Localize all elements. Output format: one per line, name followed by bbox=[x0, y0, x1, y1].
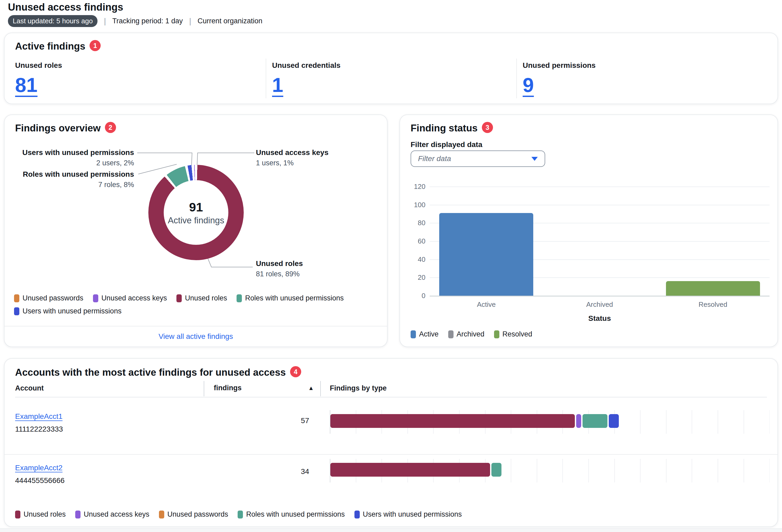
finding-status-chart: 120 100 80 60 40 20 0 bbox=[430, 186, 770, 296]
legend-label: Resolved bbox=[502, 330, 532, 338]
accounts-legend: Unused roles Unused access keys Unused p… bbox=[15, 510, 462, 519]
callout-detail: 7 roles, 8% bbox=[23, 181, 134, 189]
x-tick-label: Active bbox=[430, 300, 543, 309]
column-header-findings-by-type: Findings by type bbox=[330, 384, 387, 392]
donut-center: 91 Active findings bbox=[168, 200, 224, 225]
callout-title: Unused roles bbox=[256, 259, 303, 268]
account-link[interactable]: ExampleAcct2 bbox=[15, 464, 63, 472]
organization-scope-text: Current organization bbox=[198, 17, 262, 25]
y-tick-label: 0 bbox=[422, 292, 425, 300]
donut-center-label: Active findings bbox=[168, 215, 224, 225]
accounts-title-text: Accounts with the most active findings f… bbox=[15, 367, 286, 378]
legend-item: Resolved bbox=[494, 330, 532, 338]
metric-value-link[interactable]: 81 bbox=[15, 73, 38, 97]
status-x-labels: Active Archived Resolved bbox=[430, 300, 770, 309]
y-tick-label: 40 bbox=[418, 255, 425, 263]
legend-item: Unused roles bbox=[15, 510, 66, 519]
metric-unused-permissions: Unused permissions 9 bbox=[516, 59, 767, 98]
legend-chip-resolved bbox=[494, 330, 499, 338]
y-tick-label: 80 bbox=[418, 219, 425, 227]
legend-label: Users with unused permissions bbox=[23, 307, 121, 315]
findings-by-type-bar bbox=[330, 414, 770, 428]
findings-count: 34 bbox=[270, 467, 309, 476]
legend-label: Unused passwords bbox=[23, 294, 83, 302]
active-findings-metrics: Unused roles 81 Unused credentials 1 Unu… bbox=[15, 59, 767, 98]
y-tick-label: 100 bbox=[414, 201, 425, 209]
view-all-active-findings-link[interactable]: View all active findings bbox=[158, 332, 233, 341]
column-header-findings-label: findings bbox=[214, 384, 242, 392]
column-divider bbox=[204, 381, 204, 396]
findings-type-segment bbox=[582, 414, 607, 428]
legend-item: Unused access keys bbox=[75, 510, 149, 519]
meta-separator: | bbox=[104, 17, 106, 26]
chevron-down-icon bbox=[531, 157, 538, 161]
metric-label: Unused credentials bbox=[272, 61, 516, 70]
annotation-badge-3: 3 bbox=[482, 122, 493, 133]
account-id: 111122223333 bbox=[15, 425, 63, 433]
legend-label: Unused access keys bbox=[102, 294, 167, 302]
metric-value-link[interactable]: 1 bbox=[272, 73, 283, 97]
y-tick-label: 20 bbox=[418, 274, 425, 282]
account-link-text: ExampleAcct2 bbox=[15, 464, 63, 472]
legend-chip-unused-access-keys bbox=[93, 294, 98, 302]
overview-legend: Unused passwords Unused access keys Unus… bbox=[14, 294, 382, 315]
finding-status-title: Finding status3 bbox=[411, 122, 493, 134]
active-findings-card: Active findings1 Unused roles 81 Unused … bbox=[4, 33, 778, 104]
y-tick-label: 120 bbox=[414, 182, 425, 191]
donut-center-value: 91 bbox=[168, 200, 224, 214]
findings-type-segment bbox=[609, 414, 619, 428]
column-header-findings[interactable]: findings ▲ bbox=[214, 384, 314, 392]
legend-label: Unused roles bbox=[24, 510, 66, 519]
callout-unused-access-keys: Unused access keys 1 users, 1% bbox=[256, 148, 328, 167]
callout-title: Unused access keys bbox=[256, 148, 328, 157]
active-findings-title-text: Active findings bbox=[15, 41, 85, 52]
page-title: Unused access findings bbox=[8, 2, 123, 13]
legend-chip-archived bbox=[448, 330, 454, 338]
callout-detail: 2 users, 2% bbox=[22, 159, 134, 167]
legend-chip-roles-with-unused-permissions bbox=[238, 510, 243, 519]
finding-status-card: Finding status3 Filter displayed data Fi… bbox=[399, 114, 778, 347]
overview-card-footer: View all active findings bbox=[4, 326, 387, 347]
findings-type-segment bbox=[491, 463, 501, 476]
filter-data-placeholder: Filter data bbox=[418, 154, 451, 163]
callout-detail: 1 users, 1% bbox=[256, 159, 328, 167]
metric-label: Unused roles bbox=[15, 61, 266, 70]
annotation-badge-2: 2 bbox=[105, 122, 116, 133]
findings-by-type-band bbox=[330, 459, 770, 483]
filter-data-select[interactable]: Filter data bbox=[411, 150, 545, 167]
accounts-card: Accounts with the most active findings f… bbox=[4, 358, 778, 527]
callout-title: Users with unused permissions bbox=[22, 148, 134, 157]
tracking-period-text: Tracking period: 1 day bbox=[112, 17, 183, 25]
next-card-top-edge bbox=[0, 528, 782, 532]
findings-by-type-bar bbox=[330, 463, 770, 476]
findings-overview-title-text: Findings overview bbox=[15, 123, 101, 134]
legend-item: Roles with unused permissions bbox=[237, 294, 344, 302]
account-id: 444455556666 bbox=[15, 476, 65, 485]
findings-type-segment bbox=[330, 463, 490, 476]
metric-unused-roles: Unused roles 81 bbox=[15, 59, 266, 98]
legend-item: Archived bbox=[448, 330, 485, 338]
column-divider bbox=[320, 381, 321, 396]
legend-chip-users-with-unused-permissions bbox=[354, 510, 360, 519]
bar-active bbox=[439, 213, 533, 296]
page-meta-row: Last updated: 5 hours ago | Tracking per… bbox=[8, 15, 262, 27]
annotation-badge-1: 1 bbox=[90, 40, 101, 51]
legend-label: Unused roles bbox=[185, 294, 227, 302]
legend-label: Roles with unused permissions bbox=[246, 510, 345, 519]
legend-label: Archived bbox=[457, 330, 485, 338]
callout-detail: 81 roles, 89% bbox=[256, 270, 303, 278]
legend-item: Users with unused permissions bbox=[354, 510, 462, 519]
x-tick-label: Resolved bbox=[656, 300, 770, 309]
row-divider bbox=[4, 454, 778, 455]
findings-overview-card: Findings overview2 91 Active findings Us… bbox=[4, 114, 388, 347]
callout-roles-with-unused-permissions: Roles with unused permissions 7 roles, 8… bbox=[23, 170, 134, 189]
bar-resolved bbox=[666, 281, 760, 296]
metric-value-link[interactable]: 9 bbox=[523, 73, 534, 97]
legend-item: Roles with unused permissions bbox=[238, 510, 345, 519]
status-axis-title: Status bbox=[430, 314, 770, 323]
x-tick-label: Archived bbox=[543, 300, 656, 309]
account-link[interactable]: ExampleAcct1 bbox=[15, 412, 63, 421]
legend-chip-users-with-unused-permissions bbox=[14, 307, 19, 315]
legend-chip-roles-with-unused-permissions bbox=[237, 294, 242, 302]
accounts-title: Accounts with the most active findings f… bbox=[15, 366, 301, 378]
